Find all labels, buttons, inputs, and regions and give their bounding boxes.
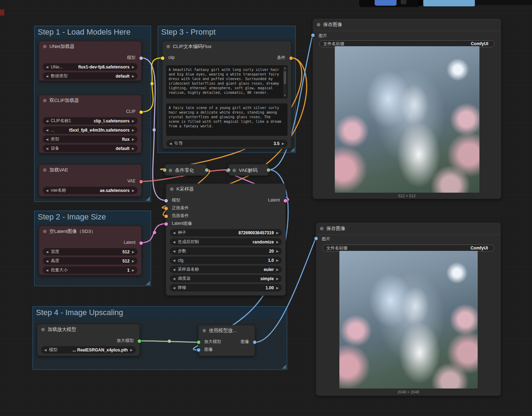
output-dot-conditioning[interactable] [289, 56, 293, 60]
group-title[interactable]: Step 3 - Prompt [158, 26, 295, 38]
widget-control-after-generate[interactable]: ◀ 生成后控制 randomize ▶ [170, 238, 282, 246]
prev-arrow-icon[interactable]: ◀ [173, 240, 175, 244]
next-arrow-icon[interactable]: ▶ [276, 277, 279, 281]
toolbar-panel-fragment[interactable] [423, 0, 475, 6]
collapsed-output-dot[interactable] [205, 168, 208, 172]
next-arrow-icon[interactable]: ▶ [132, 65, 134, 69]
collapsed-input-dot[interactable] [163, 168, 167, 172]
prev-arrow-icon[interactable]: ◀ [173, 277, 175, 281]
prev-arrow-icon[interactable]: ◀ [46, 138, 48, 141]
collapse-toggle-icon[interactable] [43, 168, 47, 172]
next-arrow-icon[interactable]: ▶ [276, 231, 279, 235]
prev-arrow-icon[interactable]: ◀ [46, 259, 48, 263]
node-upscale-image-with-model[interactable]: 使用模型放... 放大模型 图像 图像 [198, 325, 255, 356]
widget-upscale-model-name[interactable]: ◀ 模型 ... RealESRGAN_x4plus.pth ▶ [41, 346, 136, 354]
next-arrow-icon[interactable]: ▶ [132, 189, 134, 192]
node-unet-loader[interactable]: UNet加载器 模型 ◀ UNe... flux1-dev-fp8.safete… [39, 41, 141, 81]
next-arrow-icon[interactable]: ▶ [132, 128, 134, 132]
prompt-textarea-1[interactable]: A beautiful fantasy girl with long curly… [166, 65, 288, 98]
widget-weight-dtype[interactable]: ◀ 数据类型 default ▶ [43, 72, 138, 80]
prev-arrow-icon[interactable]: ◀ [46, 119, 48, 123]
generated-image-preview[interactable] [335, 46, 479, 193]
node-conditioning-zero-out[interactable]: 条件零化 [164, 164, 207, 176]
next-arrow-icon[interactable]: ▶ [130, 348, 133, 352]
prev-arrow-icon[interactable]: ◀ [46, 189, 48, 192]
group-resize-handle[interactable] [146, 197, 150, 201]
next-arrow-icon[interactable]: ▶ [276, 240, 279, 244]
collapse-toggle-icon[interactable] [43, 230, 47, 233]
widget-guidance[interactable]: ◀ 引导 3.5 ▶ [166, 140, 288, 147]
group-title[interactable]: Step 1 - Load Models Here [35, 26, 151, 38]
collapsed-input-dot[interactable] [227, 168, 230, 172]
node-header[interactable]: 使用模型放... [199, 325, 255, 336]
widget-sampler-name[interactable]: ◀ 采样器名称 euler ▶ [170, 266, 282, 273]
toolbar-icon[interactable] [401, 0, 406, 4]
widget-seed[interactable]: ◀ 种子 872690036457319 ▶ [170, 229, 282, 236]
prev-arrow-icon[interactable]: ◀ [173, 231, 175, 235]
collapse-toggle-icon[interactable] [167, 45, 170, 48]
toolbar-active-button[interactable] [375, 0, 397, 6]
prev-arrow-icon[interactable]: ◀ [46, 65, 48, 69]
node-header[interactable]: 空Latent图像（SD3） [39, 226, 141, 237]
output-dot-latent[interactable] [284, 199, 287, 203]
prompt-textarea-2[interactable]: A fairy tale scene of a young girl with … [166, 103, 288, 136]
next-arrow-icon[interactable]: ▶ [132, 138, 134, 141]
input-dot-latent[interactable] [164, 222, 168, 226]
node-save-image-1[interactable]: 保存图像 图片 文件名前缀 ComfyUI 512 × 512 [313, 18, 501, 199]
group-resize-handle[interactable] [282, 364, 286, 369]
input-dot-image[interactable] [314, 237, 318, 240]
widget-steps[interactable]: ◀ 步数 20 ▶ [170, 247, 282, 255]
scrollbar[interactable]: ▲ ▼ [283, 66, 286, 97]
widget-height[interactable]: ◀ 高度 512 ▶ [43, 257, 138, 265]
prev-arrow-icon[interactable]: ◀ [44, 348, 47, 352]
widget-unet-name[interactable]: ◀ UNe... flux1-dev-fp8.safetensors ▶ [43, 63, 138, 71]
prev-arrow-icon[interactable]: ◀ [46, 128, 48, 132]
group-resize-handle[interactable] [146, 281, 150, 285]
next-arrow-icon[interactable]: ▶ [132, 147, 134, 150]
widget-clip-type[interactable]: ◀ 类型 flux ▶ [43, 135, 138, 143]
widget-batch-size[interactable]: ◀ 批量大小 1 ▶ [43, 266, 138, 274]
output-dot-clip[interactable] [139, 110, 143, 114]
node-clip-text-encode-flux[interactable]: CLIP文本编码Flux clip 条件 A beautiful fantasy… [162, 41, 291, 149]
group-title[interactable]: Step 2 - Image Size [35, 211, 151, 223]
prev-arrow-icon[interactable]: ◀ [173, 249, 175, 253]
widget-cfg[interactable]: ◀ cfg 1.0 ▶ [170, 257, 282, 264]
node-header[interactable]: K采样器 [166, 184, 285, 194]
generated-image-preview[interactable] [339, 251, 478, 388]
node-header[interactable]: 保存图像 [316, 223, 501, 235]
node-header[interactable]: UNet加载器 [39, 41, 141, 52]
node-dual-clip-loader[interactable]: 双CLIP加载器 CLIP ◀ CLIP名称1 clip_l.safetenso… [39, 95, 141, 153]
group-resize-handle[interactable] [290, 147, 295, 152]
output-dot-latent[interactable] [139, 241, 143, 245]
collapse-toggle-icon[interactable] [169, 169, 172, 172]
group-title[interactable]: Step 4 - Image Upscaling [33, 307, 287, 319]
input-dot-upscale-model[interactable] [197, 340, 200, 344]
prev-arrow-icon[interactable]: ◀ [169, 142, 172, 145]
collapse-toggle-icon[interactable] [317, 23, 320, 26]
widget-filename-prefix[interactable]: 文件名前缀 ComfyUI [322, 245, 494, 252]
node-empty-latent-image[interactable]: 空Latent图像（SD3） Latent ◀ 宽度 512 ▶ ◀ 高度 51… [39, 226, 141, 275]
input-dot-clip[interactable] [161, 56, 164, 60]
node-header[interactable]: 保存图像 [313, 19, 501, 31]
widget-vae-name[interactable]: ◀ vae名称 ae.safetensors ▶ [43, 187, 138, 194]
node-header[interactable]: CLIP文本编码Flux [163, 41, 291, 52]
next-arrow-icon[interactable]: ▶ [276, 259, 279, 262]
next-arrow-icon[interactable]: ▶ [276, 249, 279, 253]
scroll-down-icon[interactable]: ▼ [283, 94, 286, 97]
next-arrow-icon[interactable]: ▶ [132, 119, 134, 123]
widget-scheduler[interactable]: ◀ 调度器 simple ▶ [170, 275, 282, 282]
collapse-toggle-icon[interactable] [320, 227, 324, 230]
prev-arrow-icon[interactable]: ◀ [46, 269, 48, 272]
input-dot-positive[interactable] [164, 207, 168, 210]
node-graph-canvas[interactable]: Step 1 - Load Models Here Step 2 - Image… [0, 0, 532, 416]
input-dot-image[interactable] [311, 34, 315, 37]
next-arrow-icon[interactable]: ▶ [276, 268, 279, 271]
node-header[interactable]: VAE解码 [229, 164, 268, 176]
scroll-up-icon[interactable]: ▲ [283, 66, 286, 70]
collapse-toggle-icon[interactable] [232, 169, 236, 172]
output-dot-upscale-model[interactable] [138, 339, 141, 343]
next-arrow-icon[interactable]: ▶ [282, 142, 284, 145]
node-load-upscale-model[interactable]: 加载放大模型 放大模型 ◀ 模型 ... RealESRGAN_x4plus.p… [37, 324, 140, 356]
widget-clip-name-1[interactable]: ◀ CLIP名称1 clip_l.safetensors ▶ [43, 117, 138, 125]
node-ksampler[interactable]: K采样器 模型 正面条件 负面条件 Latent图像 Latent ◀ 种子 8… [166, 183, 286, 296]
